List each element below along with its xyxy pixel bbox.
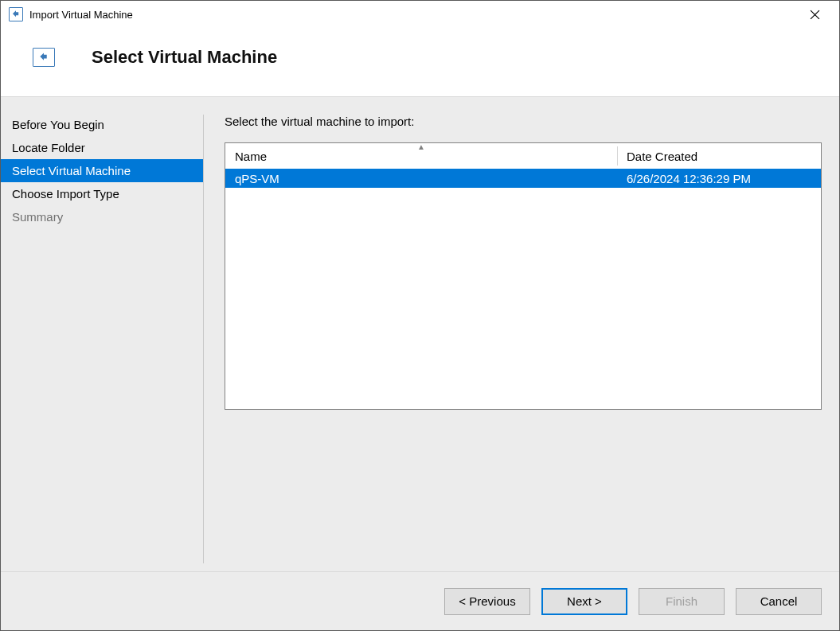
finish-button: Finish bbox=[639, 588, 725, 615]
wizard-header: Select Virtual Machine bbox=[1, 28, 839, 96]
page-title: Select Virtual Machine bbox=[92, 47, 277, 68]
titlebar: Import Virtual Machine bbox=[1, 1, 839, 28]
close-button[interactable] bbox=[796, 2, 833, 26]
step-select-vm[interactable]: Select Virtual Machine bbox=[1, 159, 203, 182]
previous-button[interactable]: < Previous bbox=[444, 588, 530, 615]
wizard-steps: Before You Begin Locate Folder Select Vi… bbox=[1, 97, 203, 571]
column-header-name-label: Name bbox=[235, 150, 267, 163]
main-content: Select the virtual machine to import: ▲ … bbox=[204, 97, 839, 571]
sort-ascending-icon: ▲ bbox=[417, 142, 425, 151]
wizard-body: Before You Begin Locate Folder Select Vi… bbox=[1, 96, 839, 571]
vm-list: ▲ Name Date Created qPS-VM 6/26/2024 12:… bbox=[225, 142, 822, 410]
step-locate-folder[interactable]: Locate Folder bbox=[1, 136, 203, 159]
vm-date-cell: 6/26/2024 12:36:29 PM bbox=[617, 169, 821, 188]
import-icon bbox=[9, 7, 23, 21]
table-row[interactable]: qPS-VM 6/26/2024 12:36:29 PM bbox=[225, 169, 821, 188]
window-title: Import Virtual Machine bbox=[29, 9, 796, 21]
import-icon bbox=[33, 48, 55, 67]
step-choose-import-type[interactable]: Choose Import Type bbox=[1, 182, 203, 205]
list-rows: qPS-VM 6/26/2024 12:36:29 PM bbox=[225, 169, 821, 409]
column-header-name[interactable]: ▲ Name bbox=[225, 143, 617, 169]
wizard-footer: < Previous Next > Finish Cancel bbox=[1, 571, 839, 630]
cancel-button[interactable]: Cancel bbox=[736, 588, 822, 615]
vm-name-cell: qPS-VM bbox=[225, 169, 617, 188]
close-icon bbox=[810, 10, 820, 20]
next-button[interactable]: Next > bbox=[541, 588, 627, 615]
step-before-you-begin[interactable]: Before You Begin bbox=[1, 113, 203, 136]
import-vm-wizard: Import Virtual Machine Select Virtual Ma… bbox=[0, 0, 840, 631]
column-header-date-label: Date Created bbox=[627, 150, 697, 163]
instruction-text: Select the virtual machine to import: bbox=[225, 115, 822, 128]
column-header-date[interactable]: Date Created bbox=[617, 143, 821, 169]
step-summary: Summary bbox=[1, 205, 203, 228]
list-header-row: ▲ Name Date Created bbox=[225, 143, 821, 169]
